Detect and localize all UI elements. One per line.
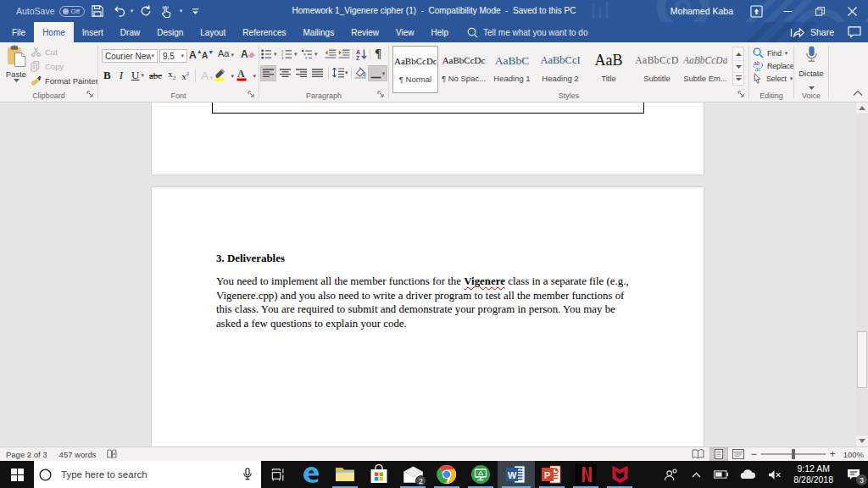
zoom-slider[interactable] bbox=[761, 453, 826, 455]
style-normal[interactable]: AaBbCcDc¶ Normal bbox=[392, 46, 438, 93]
multilevel-list-button[interactable] bbox=[302, 49, 313, 59]
subscript-button[interactable]: x2 bbox=[168, 69, 175, 81]
restore-button[interactable] bbox=[804, 0, 836, 22]
styles-scroll-up-button[interactable] bbox=[733, 47, 743, 60]
find-button[interactable]: Find ▾ bbox=[753, 47, 787, 58]
taskbar-word[interactable]: W bbox=[498, 461, 535, 488]
tab-file[interactable]: File bbox=[3, 22, 34, 42]
tab-mailings[interactable]: Mailings bbox=[294, 22, 342, 42]
scroll-up-button[interactable] bbox=[856, 103, 868, 114]
font-size-combo[interactable]: 9.5▾ bbox=[159, 49, 187, 63]
taskbar-edge[interactable] bbox=[294, 461, 328, 488]
read-mode-button[interactable] bbox=[692, 449, 704, 459]
sort-button[interactable]: AZ bbox=[356, 48, 367, 60]
tab-home[interactable]: Home bbox=[34, 22, 74, 42]
align-right-button[interactable] bbox=[293, 65, 309, 81]
style-subtitle[interactable]: AaBbCcDSubtitle bbox=[634, 46, 680, 93]
font-color-button[interactable]: A ▾ bbox=[236, 68, 256, 85]
tab-design[interactable]: Design bbox=[148, 22, 192, 42]
font-dialog-launcher[interactable] bbox=[248, 91, 256, 99]
styles-more-button[interactable] bbox=[733, 72, 743, 84]
start-button[interactable] bbox=[0, 461, 34, 488]
clock[interactable]: 9:12 AM 8/28/2018 bbox=[793, 463, 833, 485]
shrink-font-button[interactable]: A▼ bbox=[202, 49, 214, 60]
taskbar-mail[interactable]: 2 bbox=[396, 461, 430, 488]
multilevel-dropdown-icon[interactable]: ▾ bbox=[314, 51, 318, 58]
print-layout-button[interactable] bbox=[709, 447, 728, 461]
cut-button[interactable]: Cut bbox=[31, 47, 58, 57]
zoom-slider-thumb[interactable] bbox=[792, 449, 795, 459]
zoom-level[interactable]: 100% bbox=[843, 450, 864, 459]
highlight-button[interactable]: ▾ bbox=[214, 68, 234, 85]
action-center-button[interactable]: 3 bbox=[839, 461, 868, 488]
show-hide-marks-button[interactable]: ¶ bbox=[375, 47, 381, 61]
line-spacing-dropdown-icon[interactable]: ▾ bbox=[345, 69, 348, 76]
strikethrough-button[interactable]: abc bbox=[149, 70, 162, 80]
style-no-spac[interactable]: AaBbCcDc¶ No Spac... bbox=[441, 46, 487, 93]
numbering-dropdown-icon[interactable]: ▾ bbox=[294, 51, 298, 58]
taskbar-store[interactable] bbox=[362, 461, 396, 488]
tab-draw[interactable]: Draw bbox=[112, 22, 148, 42]
taskbar-powerpoint[interactable]: P bbox=[535, 461, 569, 488]
task-view-button[interactable] bbox=[261, 461, 293, 488]
close-button[interactable] bbox=[836, 0, 868, 22]
justify-button[interactable] bbox=[309, 65, 326, 81]
numbering-button[interactable]: 123 bbox=[281, 49, 292, 59]
borders-button[interactable]: ▾ bbox=[368, 65, 387, 81]
doc-heading[interactable]: 3. Deliverables bbox=[216, 252, 285, 265]
align-left-button[interactable] bbox=[260, 65, 276, 81]
taskbar-netflix[interactable] bbox=[569, 461, 603, 488]
tab-layout[interactable]: Layout bbox=[192, 22, 234, 42]
volume-muted-icon[interactable] bbox=[768, 469, 782, 480]
ribbon-display-options-button[interactable] bbox=[741, 0, 771, 22]
style-subtle-em[interactable]: AaBbCcDaSubtle Em... bbox=[682, 46, 728, 93]
bullets-dropdown-icon[interactable]: ▾ bbox=[274, 51, 277, 58]
change-case-button[interactable]: Aa ▾ bbox=[218, 48, 234, 58]
increase-indent-button[interactable] bbox=[338, 49, 350, 59]
page-2[interactable]: 3. Deliverables You need to implement al… bbox=[152, 187, 704, 446]
style-title[interactable]: AaBTitle bbox=[586, 46, 632, 93]
collapse-ribbon-button[interactable] bbox=[853, 90, 863, 97]
decrease-indent-button[interactable] bbox=[325, 49, 337, 59]
taskbar-screen-share-app[interactable] bbox=[464, 461, 498, 488]
styles-scroll-down-button[interactable] bbox=[733, 60, 743, 72]
styles-dialog-launcher[interactable] bbox=[737, 91, 746, 99]
clear-formatting-button[interactable]: A bbox=[241, 48, 255, 60]
dictate-button[interactable]: Dictate bbox=[794, 46, 828, 93]
tab-help[interactable]: Help bbox=[422, 22, 457, 42]
copy-button[interactable]: Copy bbox=[31, 61, 64, 72]
clipboard-dialog-launcher[interactable] bbox=[86, 91, 95, 99]
tell-me-search[interactable]: Tell me what you want to do bbox=[467, 22, 587, 42]
people-icon[interactable] bbox=[664, 469, 678, 481]
account-name[interactable]: Mohamed Kaba bbox=[670, 6, 733, 16]
scrollbar-thumb[interactable] bbox=[857, 331, 867, 388]
text-effects-button[interactable]: A ▾ bbox=[201, 69, 213, 82]
underline-button[interactable]: U bbox=[131, 69, 139, 82]
share-icon[interactable] bbox=[790, 26, 805, 39]
font-family-combo[interactable]: Courier New▾ bbox=[102, 49, 158, 63]
tab-view[interactable]: View bbox=[387, 22, 423, 42]
hidden-icons-chevron[interactable] bbox=[692, 472, 701, 478]
tab-review[interactable]: Review bbox=[342, 22, 387, 42]
shading-button[interactable] bbox=[354, 67, 367, 79]
table-outline[interactable] bbox=[212, 103, 644, 114]
zoom-out-button[interactable]: − bbox=[751, 448, 757, 460]
line-spacing-button[interactable] bbox=[332, 67, 344, 78]
underline-dropdown-icon[interactable]: ▾ bbox=[141, 72, 144, 79]
comments-icon[interactable] bbox=[848, 26, 861, 38]
paragraph-dialog-launcher[interactable] bbox=[377, 91, 386, 99]
style-heading-2[interactable]: AaBbCcIHeading 2 bbox=[537, 46, 583, 93]
bullets-button[interactable] bbox=[261, 49, 272, 59]
zoom-in-button[interactable]: + bbox=[830, 448, 836, 460]
taskbar-search[interactable]: Type here to search bbox=[34, 461, 261, 488]
taskbar-chrome[interactable] bbox=[430, 461, 464, 488]
paste-button[interactable]: Paste bbox=[2, 45, 31, 94]
superscript-button[interactable]: x2 bbox=[181, 70, 189, 81]
format-painter-button[interactable]: Format Painter bbox=[31, 75, 98, 86]
replace-button[interactable]: abac Replace bbox=[753, 60, 794, 71]
minimize-button[interactable] bbox=[771, 0, 804, 22]
share-label[interactable]: Share bbox=[810, 27, 834, 37]
page-1[interactable] bbox=[152, 103, 704, 175]
web-layout-button[interactable] bbox=[732, 449, 744, 459]
doc-paragraph[interactable]: You need to implement all the member fun… bbox=[216, 274, 640, 330]
